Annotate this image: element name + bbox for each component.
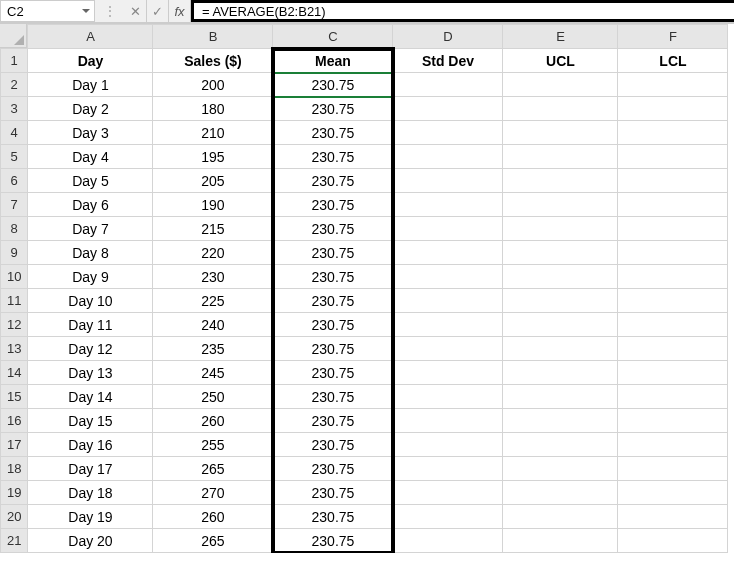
cell-E18[interactable] — [503, 457, 618, 481]
cell-D13[interactable] — [393, 337, 503, 361]
cell-B18[interactable]: 265 — [153, 457, 273, 481]
cell-A8[interactable]: Day 7 — [28, 217, 153, 241]
cell-F2[interactable] — [618, 73, 728, 97]
cell-E5[interactable] — [503, 145, 618, 169]
cell-F11[interactable] — [618, 289, 728, 313]
row-header-3[interactable]: 3 — [1, 97, 28, 121]
cell-E9[interactable] — [503, 241, 618, 265]
cell-C6[interactable]: 230.75 — [273, 169, 393, 193]
cell-E4[interactable] — [503, 121, 618, 145]
cell-F21[interactable] — [618, 529, 728, 553]
cell-C12[interactable]: 230.75 — [273, 313, 393, 337]
cell-F9[interactable] — [618, 241, 728, 265]
cell-D19[interactable] — [393, 481, 503, 505]
cell-D2[interactable] — [393, 73, 503, 97]
cell-F13[interactable] — [618, 337, 728, 361]
cell-C21[interactable]: 230.75 — [273, 529, 393, 553]
formula-input[interactable]: = AVERAGE(B2:B21) — [191, 0, 734, 22]
cell-D7[interactable] — [393, 193, 503, 217]
cell-A21[interactable]: Day 20 — [28, 529, 153, 553]
cell-F7[interactable] — [618, 193, 728, 217]
cell-A13[interactable]: Day 12 — [28, 337, 153, 361]
cell-D12[interactable] — [393, 313, 503, 337]
cell-C2[interactable]: 230.75 — [273, 73, 393, 97]
cell-C14[interactable]: 230.75 — [273, 361, 393, 385]
column-header-E[interactable]: E — [503, 25, 618, 49]
column-header-B[interactable]: B — [153, 25, 273, 49]
cell-C13[interactable]: 230.75 — [273, 337, 393, 361]
cell-E21[interactable] — [503, 529, 618, 553]
cell-C4[interactable]: 230.75 — [273, 121, 393, 145]
cell-E11[interactable] — [503, 289, 618, 313]
row-header-16[interactable]: 16 — [1, 409, 28, 433]
cell-A7[interactable]: Day 6 — [28, 193, 153, 217]
cancel-formula-button[interactable]: ✕ — [125, 0, 147, 22]
cell-F6[interactable] — [618, 169, 728, 193]
row-header-8[interactable]: 8 — [1, 217, 28, 241]
row-header-20[interactable]: 20 — [1, 505, 28, 529]
cell-D1[interactable]: Std Dev — [393, 49, 503, 73]
cell-D4[interactable] — [393, 121, 503, 145]
cell-D6[interactable] — [393, 169, 503, 193]
cell-B13[interactable]: 235 — [153, 337, 273, 361]
cell-C1[interactable]: Mean — [273, 49, 393, 73]
row-header-7[interactable]: 7 — [1, 193, 28, 217]
cell-F20[interactable] — [618, 505, 728, 529]
row-header-14[interactable]: 14 — [1, 361, 28, 385]
cell-B19[interactable]: 270 — [153, 481, 273, 505]
cell-F10[interactable] — [618, 265, 728, 289]
cell-E13[interactable] — [503, 337, 618, 361]
cell-E15[interactable] — [503, 385, 618, 409]
cell-B5[interactable]: 195 — [153, 145, 273, 169]
cell-B7[interactable]: 190 — [153, 193, 273, 217]
cell-A2[interactable]: Day 1 — [28, 73, 153, 97]
cell-A15[interactable]: Day 14 — [28, 385, 153, 409]
cell-D21[interactable] — [393, 529, 503, 553]
select-all-button[interactable] — [0, 24, 27, 48]
cell-B21[interactable]: 265 — [153, 529, 273, 553]
cell-B9[interactable]: 220 — [153, 241, 273, 265]
cell-A11[interactable]: Day 10 — [28, 289, 153, 313]
cell-D14[interactable] — [393, 361, 503, 385]
cell-B15[interactable]: 250 — [153, 385, 273, 409]
cell-B12[interactable]: 240 — [153, 313, 273, 337]
cell-E10[interactable] — [503, 265, 618, 289]
cell-A10[interactable]: Day 9 — [28, 265, 153, 289]
cell-C18[interactable]: 230.75 — [273, 457, 393, 481]
cell-D3[interactable] — [393, 97, 503, 121]
cell-C16[interactable]: 230.75 — [273, 409, 393, 433]
row-header-6[interactable]: 6 — [1, 169, 28, 193]
row-header-17[interactable]: 17 — [1, 433, 28, 457]
cell-C7[interactable]: 230.75 — [273, 193, 393, 217]
row-header-5[interactable]: 5 — [1, 145, 28, 169]
cell-E8[interactable] — [503, 217, 618, 241]
row-header-2[interactable]: 2 — [1, 73, 28, 97]
cell-D11[interactable] — [393, 289, 503, 313]
row-header-9[interactable]: 9 — [1, 241, 28, 265]
cell-E20[interactable] — [503, 505, 618, 529]
cell-C19[interactable]: 230.75 — [273, 481, 393, 505]
cell-D16[interactable] — [393, 409, 503, 433]
cell-F18[interactable] — [618, 457, 728, 481]
cell-D17[interactable] — [393, 433, 503, 457]
cell-B8[interactable]: 215 — [153, 217, 273, 241]
cell-A20[interactable]: Day 19 — [28, 505, 153, 529]
cell-B20[interactable]: 260 — [153, 505, 273, 529]
cell-E16[interactable] — [503, 409, 618, 433]
row-header-21[interactable]: 21 — [1, 529, 28, 553]
cell-A6[interactable]: Day 5 — [28, 169, 153, 193]
cell-B1[interactable]: Sales ($) — [153, 49, 273, 73]
cell-C20[interactable]: 230.75 — [273, 505, 393, 529]
cell-C17[interactable]: 230.75 — [273, 433, 393, 457]
cell-B14[interactable]: 245 — [153, 361, 273, 385]
cell-E7[interactable] — [503, 193, 618, 217]
chevron-down-icon[interactable] — [82, 9, 90, 13]
cell-D20[interactable] — [393, 505, 503, 529]
cell-B3[interactable]: 180 — [153, 97, 273, 121]
row-header-11[interactable]: 11 — [1, 289, 28, 313]
cell-F4[interactable] — [618, 121, 728, 145]
cell-C3[interactable]: 230.75 — [273, 97, 393, 121]
cell-E19[interactable] — [503, 481, 618, 505]
cell-F14[interactable] — [618, 361, 728, 385]
cell-F8[interactable] — [618, 217, 728, 241]
